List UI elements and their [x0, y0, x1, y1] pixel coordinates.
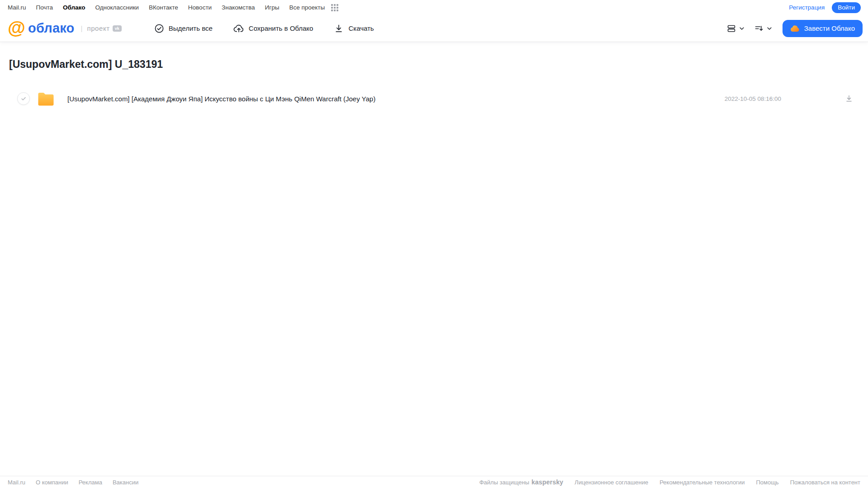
share-content: [UsupovMarket.com] U_183191 [UsupovMarke…: [0, 58, 868, 109]
footer-link-mailru[interactable]: Mail.ru: [8, 479, 25, 486]
footer-right-links: Файлы защищены kaspersky Лицензионное со…: [479, 479, 860, 486]
footer-link-about[interactable]: О компании: [36, 479, 68, 486]
topnav-links: Mail.ru Почта Облако Одноклассники ВКонт…: [8, 4, 338, 11]
topnav-link-novosti[interactable]: Новости: [188, 4, 212, 11]
registration-link[interactable]: Регистрация: [789, 4, 825, 11]
footer-link-help[interactable]: Помощь: [756, 479, 778, 486]
share-toolbar: Выделить все Сохранить в Облако Скачать: [154, 24, 374, 33]
topnav-link-all-projects[interactable]: Все проекты: [289, 4, 325, 11]
footer-link-recommendation-tech[interactable]: Рекомендательные технологии: [659, 479, 745, 486]
topnav-link-odnoklassniki[interactable]: Одноклассники: [95, 4, 138, 11]
row-checkbox[interactable]: [17, 92, 30, 105]
cloud-header: @ облако | проект vk Выделить все Сохран…: [0, 15, 868, 42]
footer-link-report-content[interactable]: Пожаловаться на контент: [790, 479, 860, 486]
view-mode-dropdown[interactable]: [726, 24, 745, 33]
projects-grid-icon[interactable]: [331, 4, 338, 11]
protected-label: Файлы защищены: [479, 479, 529, 486]
row-download-button[interactable]: [845, 95, 853, 103]
file-row[interactable]: [UsupovMarket.com] [Академия Джоуи Япа] …: [9, 88, 859, 109]
chevron-down-icon: [766, 25, 773, 32]
cloud-logo[interactable]: @ облако | проект vk: [8, 20, 122, 37]
login-button[interactable]: Войти: [832, 2, 861, 13]
vk-badge-icon: vk: [113, 25, 122, 32]
file-date: 2022-10-05 08:16:00: [725, 95, 781, 102]
topnav-link-vkontakte[interactable]: ВКонтакте: [149, 4, 178, 11]
topnav-auth: Регистрация Войти: [789, 2, 861, 13]
page-footer: Mail.ru О компании Реклама Вакансии Файл…: [0, 476, 868, 488]
check-circle-icon: [154, 24, 164, 33]
get-cloud-button[interactable]: Завести Облако: [783, 20, 863, 37]
page-title: [UsupovMarket.com] U_183191: [9, 58, 859, 71]
kaspersky-logo-link[interactable]: kaspersky: [531, 479, 563, 486]
file-name-link[interactable]: [UsupovMarket.com] [Академия Джоуи Япа] …: [67, 95, 375, 103]
topnav-link-oblako[interactable]: Облако: [63, 4, 85, 11]
cloud-badge-icon: [790, 25, 800, 32]
save-to-cloud-button[interactable]: Сохранить в Облако: [233, 24, 313, 33]
logo-divider: |: [81, 24, 83, 32]
folder-icon: [38, 91, 54, 106]
list-view-icon: [726, 24, 736, 33]
select-all-label: Выделить все: [169, 24, 213, 32]
project-label: проект: [87, 24, 109, 32]
download-all-button[interactable]: Скачать: [334, 24, 374, 33]
footer-link-jobs[interactable]: Вакансии: [113, 479, 138, 486]
select-all-button[interactable]: Выделить все: [154, 24, 213, 33]
cloud-logo-text: облако: [28, 21, 75, 36]
footer-link-ads[interactable]: Реклама: [79, 479, 102, 486]
kaspersky-protection: Файлы защищены kaspersky: [479, 479, 564, 486]
get-cloud-label: Завести Облако: [804, 24, 855, 32]
chevron-down-icon: [739, 25, 745, 32]
topnav-link-pochta[interactable]: Почта: [36, 4, 53, 11]
download-icon: [334, 24, 344, 33]
save-to-cloud-label: Сохранить в Облако: [249, 24, 313, 32]
header-controls: Завести Облако: [726, 20, 863, 37]
download-all-label: Скачать: [348, 24, 374, 32]
topnav-link-mailru[interactable]: Mail.ru: [8, 4, 26, 11]
topnav-link-znakomstva[interactable]: Знакомства: [222, 4, 255, 11]
footer-link-license[interactable]: Лицензионное соглашение: [574, 479, 648, 486]
footer-left-links: Mail.ru О компании Реклама Вакансии: [8, 479, 138, 486]
mailru-at-icon: @: [8, 19, 25, 37]
sort-icon: [754, 24, 764, 33]
topnav-link-igry[interactable]: Игры: [265, 4, 280, 11]
mailru-topnav: Mail.ru Почта Облако Одноклассники ВКонт…: [0, 0, 868, 15]
sort-dropdown[interactable]: [754, 24, 773, 33]
checkmark-icon: [20, 95, 27, 102]
download-icon: [845, 95, 853, 103]
cloud-upload-icon: [233, 24, 244, 33]
